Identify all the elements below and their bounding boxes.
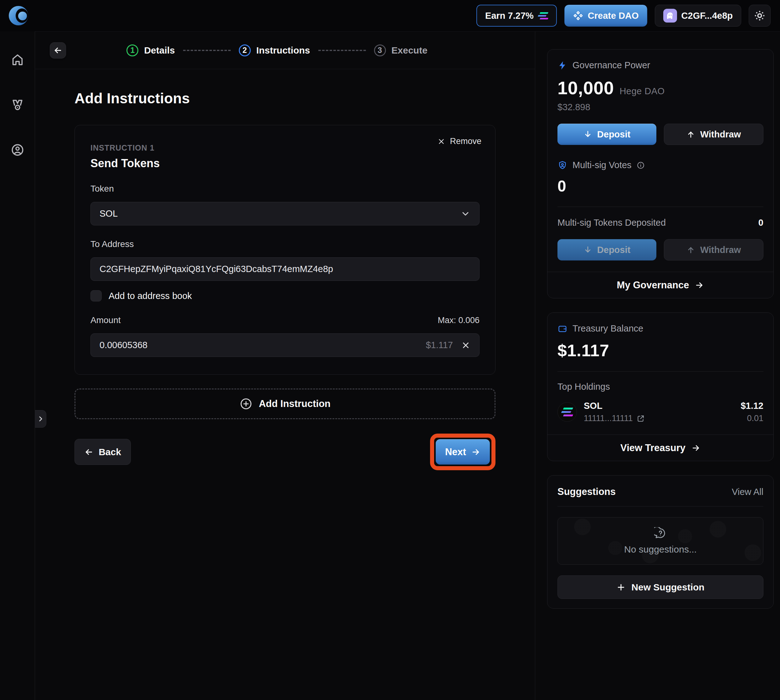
rewards-medal-icon[interactable]: [10, 98, 25, 112]
remove-instruction-button[interactable]: Remove: [437, 137, 482, 146]
app-logo[interactable]: [9, 6, 28, 25]
step-details-number: 1: [127, 45, 138, 57]
shield-user-icon: [557, 160, 567, 170]
my-governance-link[interactable]: My Governance: [547, 272, 773, 298]
external-link-icon[interactable]: [637, 415, 645, 423]
add-instruction-button[interactable]: Add Instruction: [75, 388, 495, 419]
new-suggestion-button[interactable]: New Suggestion: [557, 575, 763, 599]
view-all-link[interactable]: View All: [732, 487, 763, 497]
amount-input[interactable]: [100, 340, 426, 350]
earn-label: Earn 7.27%: [485, 11, 534, 21]
governance-power-card: Governance Power 10,000 Hege DAO $32.898: [547, 49, 774, 298]
step-execute[interactable]: 3 Execute: [374, 45, 428, 57]
step-details[interactable]: 1 Details: [127, 45, 175, 57]
my-governance-label: My Governance: [617, 280, 689, 291]
next-button[interactable]: Next: [436, 439, 490, 465]
holding-amount: 0.01: [740, 413, 763, 423]
no-suggestions-text: No suggestions...: [624, 544, 697, 555]
holding-symbol: SOL: [584, 401, 603, 411]
to-address-input[interactable]: [100, 264, 470, 274]
main-column: 1 Details 2 Instructions 3 Execute Add I…: [35, 31, 535, 700]
step-connector: [183, 50, 231, 51]
max-amount-label[interactable]: Max: 0.006: [438, 315, 480, 325]
amount-usd-value: $1.117: [426, 340, 453, 350]
theme-toggle-button[interactable]: [749, 5, 771, 27]
stepper: 1 Details 2 Instructions 3 Execute: [35, 32, 535, 69]
arrow-down-icon: [583, 245, 592, 254]
arrow-right-icon: [471, 447, 480, 457]
holding-row-sol[interactable]: SOL 11111...11111 $1.12: [557, 401, 763, 423]
step-instructions[interactable]: 2 Instructions: [239, 45, 310, 57]
app-shell: 1 Details 2 Instructions 3 Execute Add I…: [0, 31, 780, 700]
step-instructions-number: 2: [239, 45, 251, 57]
holding-usd: $1.12: [740, 401, 763, 411]
wallet-address-label: C2GF...4e8p: [682, 11, 733, 21]
address-book-checkbox[interactable]: [90, 290, 102, 302]
view-treasury-link[interactable]: View Treasury: [547, 435, 773, 461]
remove-label: Remove: [450, 137, 482, 146]
step-execute-label: Execute: [392, 45, 428, 56]
governance-withdraw-label: Withdraw: [700, 129, 741, 140]
governance-power-title: Governance Power: [572, 60, 650, 70]
profile-icon[interactable]: [10, 143, 25, 157]
arrow-right-icon: [691, 443, 700, 453]
top-header: Earn 7.27% Create DAO: [0, 0, 780, 31]
question-bubble-icon: [654, 527, 667, 540]
multisig-deposit-button[interactable]: Deposit: [557, 239, 657, 260]
clear-amount-icon[interactable]: [461, 341, 470, 350]
sidebar-expand-handle[interactable]: [35, 410, 46, 428]
multisig-withdraw-label: Withdraw: [700, 245, 741, 255]
next-label: Next: [445, 447, 466, 458]
address-book-row: Add to address book: [90, 290, 480, 302]
solana-logo-icon: [538, 12, 548, 19]
phantom-wallet-icon: [663, 9, 677, 23]
home-icon[interactable]: [10, 53, 25, 67]
governance-deposit-button[interactable]: Deposit: [557, 124, 657, 145]
page-title: Add Instructions: [75, 90, 495, 107]
suggestions-title: Suggestions: [557, 486, 616, 497]
x-icon: [437, 137, 445, 145]
lightning-icon: [557, 60, 567, 70]
sun-icon: [754, 10, 766, 22]
wallet-icon: [557, 324, 567, 334]
multisig-deposit-label: Deposit: [597, 245, 630, 255]
stepper-back-button[interactable]: [50, 42, 66, 58]
instruction-card: Remove INSTRUCTION 1 Send Tokens Token S…: [75, 125, 495, 375]
token-select[interactable]: SOL: [90, 202, 480, 225]
wallet-button[interactable]: C2GF...4e8p: [655, 5, 741, 27]
arrow-left-icon: [84, 447, 93, 457]
token-select-value: SOL: [100, 208, 118, 219]
view-treasury-label: View Treasury: [620, 442, 685, 453]
governance-withdraw-button[interactable]: Withdraw: [664, 124, 763, 145]
arrow-down-icon: [583, 130, 592, 139]
arrow-up-icon: [687, 245, 695, 254]
next-button-highlight-ring: Next: [430, 433, 495, 470]
top-holdings-label: Top Holdings: [557, 382, 763, 392]
back-button[interactable]: Back: [75, 439, 131, 465]
plus-icon: [616, 583, 626, 592]
new-suggestion-label: New Suggestion: [631, 582, 704, 593]
dao-name: Hege DAO: [620, 86, 665, 97]
info-icon[interactable]: [637, 161, 645, 169]
no-suggestions-panel: No suggestions...: [557, 517, 763, 565]
address-book-label: Add to address book: [108, 291, 192, 301]
multisig-votes-title: Multi-sig Votes: [572, 160, 632, 170]
right-sidebar: Governance Power 10,000 Hege DAO $32.898: [535, 31, 780, 700]
create-dao-button[interactable]: Create DAO: [564, 5, 647, 27]
governance-deposit-label: Deposit: [597, 129, 630, 140]
step-details-label: Details: [144, 45, 175, 56]
arrow-left-icon: [53, 46, 63, 55]
holding-address: 11111...11111: [584, 413, 633, 423]
multisig-withdraw-button[interactable]: Withdraw: [664, 239, 763, 260]
multisig-deposited-label: Multi-sig Tokens Deposited: [557, 218, 666, 228]
arrow-up-icon: [687, 130, 695, 139]
treasury-balance-title: Treasury Balance: [572, 323, 643, 334]
governance-power-amount: 10,000: [557, 77, 614, 98]
instruction-name: Send Tokens: [90, 157, 480, 170]
earn-button[interactable]: Earn 7.27%: [477, 5, 557, 27]
token-label: Token: [90, 184, 480, 194]
amount-field-wrap: $1.117: [90, 333, 480, 357]
amount-label: Amount: [90, 315, 121, 325]
to-address-field-wrap: [90, 257, 480, 281]
suggestions-card: Suggestions View All No suggestions...: [547, 475, 774, 608]
